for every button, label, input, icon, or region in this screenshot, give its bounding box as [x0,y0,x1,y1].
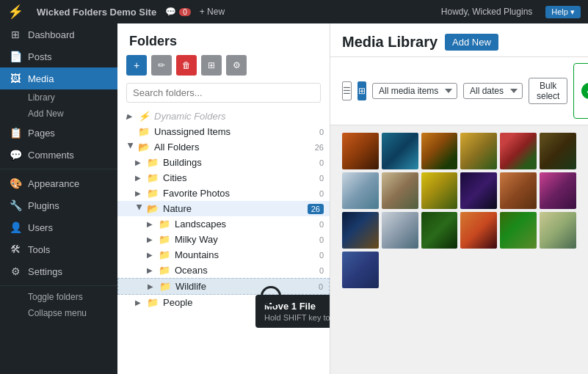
drag-cursor-indicator [261,286,281,307]
sidebar-subitem-library[interactable]: Library [0,89,117,106]
folder-icon: 📁 [138,126,150,137]
sidebar-item-users[interactable]: 👤 Users [0,216,117,238]
media-toolbar: ☰ ⊞ All media items All dates Bulk selec… [330,57,588,125]
media-thumbnail[interactable] [342,252,379,288]
expand-icon: ▶ [148,282,156,290]
sidebar-item-label: Tools [28,244,50,255]
media-thumbnail[interactable] [460,133,497,169]
new-content-item[interactable]: + New [200,7,225,17]
folder-item-oceans[interactable]: ▶ 📁 Oceans 0 [117,263,330,278]
folder-icon: 📁 [147,157,159,168]
sidebar-item-pages[interactable]: 📋 Pages [0,122,117,144]
sidebar-item-label: Plugins [28,200,59,211]
collapse-menu-button[interactable]: Collapse menu [0,305,117,321]
folder-item-nature[interactable]: ▶ 📂 Nature 26 [117,201,330,216]
date-filter[interactable]: All dates [463,83,523,99]
media-thumbnail[interactable] [382,172,418,209]
add-new-button[interactable]: Add New [445,34,498,51]
folder-icon: 📂 [147,203,159,214]
sidebar-item-label: Posts [28,51,52,62]
nav-divider-1 [0,169,117,169]
folders-title: Folders [117,23,330,55]
sidebar-item-label: Comments [28,150,74,161]
sidebar-item-comments[interactable]: 💬 Comments [0,144,117,166]
media-thumbnail[interactable] [500,133,537,169]
media-thumbnail[interactable] [460,172,497,209]
media-thumbnail[interactable] [421,212,458,249]
media-thumbnail[interactable] [540,133,576,169]
list-view-button[interactable]: ☰ [342,81,352,100]
sidebar-item-tools[interactable]: 🛠 Tools [0,238,117,260]
sidebar-item-posts[interactable]: 📄 Posts [0,45,117,67]
folder-item-all-folders[interactable]: ▶ 📂 All Folders 26 [117,139,330,155]
media-icon: 🖼 [9,73,22,84]
expand-icon: ▶ [147,235,156,243]
folder-tree: ▶ ⚡ Dynamic Folders 📁 Unassigned Items 0… [117,109,330,316]
sidebar-item-label: Appearance [28,178,79,189]
folder-icon: 📂 [138,142,150,153]
howdy-text: Howdy, Wicked Plugins [441,7,533,17]
settings-icon: ⚙ [9,265,22,277]
add-folder-button[interactable]: + [126,55,147,76]
sidebar-item-settings[interactable]: ⚙ Settings [0,260,117,282]
toggle-folders-button[interactable]: Toggle folders [0,289,117,305]
media-type-filter[interactable]: All media items [372,83,457,99]
media-thumbnail[interactable] [540,172,576,209]
folder-label: Mountains [175,249,313,260]
wp-logo-icon: ⚡ [7,4,23,20]
folder-label: Favorite Photos [163,188,313,199]
folder-item-cities[interactable]: ▶ 📁 Cities 0 [117,170,330,186]
media-thumbnail[interactable] [382,212,418,249]
sidebar-item-appearance[interactable]: 🎨 Appearance [0,172,117,194]
folder-search-input[interactable] [126,83,321,103]
bulk-select-button[interactable]: Bulk select [529,78,567,104]
folder-count: 26 [315,143,324,152]
site-name[interactable]: Wicked Folders Demo Site [37,7,156,18]
tools-icon: 🛠 [9,243,22,255]
media-thumbnail[interactable] [342,212,379,249]
dashboard-icon: ⊞ [9,29,22,40]
media-thumbnail[interactable] [342,133,379,169]
folder-label: Milky Way [175,234,313,245]
comment-count-item[interactable]: 💬 0 [165,7,191,17]
media-thumbnail[interactable] [500,172,537,209]
sidebar-item-label: Users [28,222,53,233]
media-thumbnail[interactable] [460,212,497,249]
grid-view-button[interactable]: ⊞ [357,81,366,100]
folder-item-milky-way[interactable]: ▶ 📁 Milky Way 0 [117,232,330,247]
expand-icon: ▶ [135,174,144,182]
media-thumbnail[interactable] [421,172,458,209]
folder-item-mountains[interactable]: ▶ 📁 Mountains 0 [117,247,330,263]
expand-icon: ▶ [136,205,144,213]
folder-icon: 📁 [159,249,170,260]
folder-item-buildings[interactable]: ▶ 📁 Buildings 0 [117,155,330,170]
grid-folder-button[interactable]: ⊞ [201,55,222,76]
folder-dynamic-icon: ⚡ [138,111,150,122]
media-thumbnail[interactable] [540,212,576,249]
folder-item-wildlife[interactable]: ▶ 📁 Wildlife 0 [117,278,330,295]
sidebar-item-dashboard[interactable]: ⊞ Dashboard [0,23,117,45]
sidebar-subitem-add-new[interactable]: Add New [0,106,117,122]
media-thumbnail[interactable] [342,172,379,209]
folder-item-unassigned[interactable]: 📁 Unassigned Items 0 [117,124,330,139]
sidebar-item-label: Settings [28,266,62,277]
delete-folder-button[interactable]: 🗑 [176,55,197,76]
media-thumbnail[interactable] [382,133,418,169]
media-thumbnail[interactable] [421,133,458,169]
folder-count: 0 [319,282,323,291]
settings-folder-button[interactable]: ⚙ [226,55,247,76]
folder-label: Nature [163,203,302,214]
folder-item-favorite-photos[interactable]: ▶ 📁 Favorite Photos 0 [117,186,330,201]
media-thumbnail[interactable] [500,212,537,249]
expand-icon: ▶ [135,158,144,166]
edit-folder-button[interactable]: ✏ [151,55,172,76]
sidebar-item-label: Media [28,73,54,84]
folder-item-dynamic-folders[interactable]: ▶ ⚡ Dynamic Folders [117,109,330,124]
folder-item-landscapes[interactable]: ▶ 📁 Landscapes 0 [117,216,330,232]
left-nav: ⊞ Dashboard 📄 Posts 🖼 Media Library Add … [0,23,117,374]
media-header: Media Library Add New [330,23,588,57]
plugins-icon: 🔧 [9,199,22,211]
sidebar-item-plugins[interactable]: 🔧 Plugins [0,194,117,216]
help-button[interactable]: Help ▾ [545,6,581,18]
sidebar-item-media[interactable]: 🖼 Media [0,67,117,89]
